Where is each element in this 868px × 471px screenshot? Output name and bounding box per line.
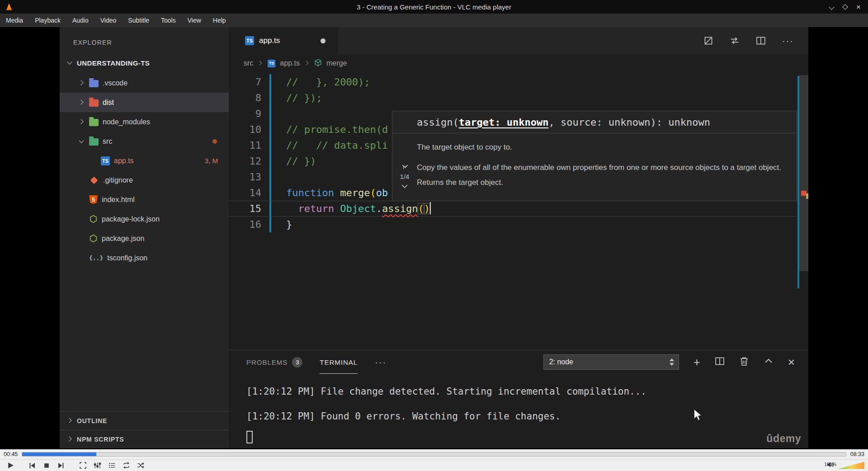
- next-button[interactable]: [54, 460, 68, 471]
- maximize-panel-icon[interactable]: [764, 356, 774, 368]
- seek-fill: [22, 452, 96, 456]
- playlist-button[interactable]: [105, 460, 118, 471]
- item-label: .vscode: [103, 79, 127, 87]
- menu-tools[interactable]: Tools: [155, 14, 182, 27]
- code-line[interactable]: 16}: [229, 217, 797, 232]
- stop-button[interactable]: [40, 460, 53, 471]
- editor-scrollbar[interactable]: [799, 75, 808, 271]
- sidebar-item-package-lock[interactable]: package-lock.json: [60, 209, 229, 229]
- signature-next-icon[interactable]: [401, 182, 408, 190]
- code-text: Object: [340, 203, 376, 214]
- select-arrows-icon: [670, 358, 674, 366]
- video-area[interactable]: EXPLORER UNDERSTANDING-TS .vscode dist: [0, 27, 868, 449]
- indent-spacer: [90, 157, 97, 165]
- terminal-output[interactable]: [1:20:12 PM] File change detected. Start…: [246, 379, 646, 429]
- window-minimize-icon[interactable]: [829, 5, 834, 9]
- split-terminal-icon[interactable]: [715, 356, 725, 368]
- tab-appts[interactable]: TS app.ts: [229, 27, 338, 54]
- random-button[interactable]: [134, 460, 147, 471]
- volume-slider[interactable]: [838, 462, 864, 469]
- window-close-icon[interactable]: ×: [856, 3, 861, 11]
- sidebar-item-gitignore[interactable]: .gitignore: [60, 170, 229, 190]
- project-root-row[interactable]: UNDERSTANDING-TS: [60, 56, 229, 70]
- kill-terminal-icon[interactable]: [739, 356, 749, 368]
- breadcrumb-symbol[interactable]: merge: [326, 59, 347, 67]
- window-title: 3 - Creating a Generic Function - VLC me…: [0, 3, 868, 11]
- sidebar-item-dist[interactable]: dist: [60, 93, 229, 112]
- line-number: 8: [229, 90, 261, 106]
- sidebar-item-appts[interactable]: TS app.ts 3, M: [60, 151, 229, 170]
- indent-spacer: [78, 216, 85, 223]
- previous-button[interactable]: [25, 460, 39, 471]
- compare-changes-icon[interactable]: [730, 36, 740, 46]
- menu-media[interactable]: Media: [0, 14, 29, 27]
- window-maximize-icon[interactable]: [842, 4, 848, 10]
- breadcrumb-file[interactable]: app.ts: [280, 59, 300, 67]
- sidebar-item-tsconfig[interactable]: {..} tsconfig.json: [60, 248, 229, 268]
- line-number: 11: [229, 137, 261, 153]
- vscode-screen: EXPLORER UNDERSTANDING-TS .vscode dist: [60, 27, 808, 448]
- terminal-cursor: [246, 431, 253, 443]
- problems-modified-badge: 3, M: [205, 157, 218, 165]
- item-label: .gitignore: [103, 176, 133, 184]
- signature-active-param: target: unknown: [459, 117, 549, 128]
- folder-icon: [89, 119, 99, 126]
- seek-bar[interactable]: [22, 452, 846, 457]
- code-line-current[interactable]: 15 return Object.assign(): [229, 201, 797, 217]
- typescript-icon: TS: [268, 60, 275, 67]
- sidebar-item-indexhtml[interactable]: 5 index.html: [60, 190, 229, 209]
- file-tree: .vscode dist node_modules: [60, 73, 229, 268]
- menu-help[interactable]: Help: [207, 14, 232, 27]
- project-name: UNDERSTANDING-TS: [77, 59, 150, 67]
- code-text: }: [286, 219, 292, 230]
- sidebar-item-node-modules[interactable]: node_modules: [60, 112, 229, 132]
- open-changes-icon[interactable]: [703, 36, 713, 46]
- terminal-selector-value: 2: node: [549, 358, 573, 366]
- menu-audio[interactable]: Audio: [66, 14, 94, 27]
- menu-view[interactable]: View: [182, 14, 207, 27]
- signature-prev-icon[interactable]: [401, 164, 408, 171]
- sidebar-item-src[interactable]: src: [60, 132, 229, 151]
- npm-scripts-section[interactable]: NPM SCRIPTS: [60, 430, 229, 448]
- play-button[interactable]: [4, 460, 17, 471]
- code-text: merge: [340, 187, 370, 198]
- json-hexagon-icon: [89, 234, 98, 243]
- more-actions-icon[interactable]: ···: [782, 36, 794, 46]
- code-text: function: [286, 187, 340, 198]
- menu-subtitle[interactable]: Subtitle: [122, 14, 155, 27]
- sidebar-item-vscode[interactable]: .vscode: [60, 73, 229, 93]
- code-editor[interactable]: 7// }, 2000); 8// }); 9 10// promise.the…: [229, 72, 808, 350]
- menu-video[interactable]: Video: [94, 14, 123, 27]
- playback-controls: 101%: [0, 459, 868, 471]
- section-label: OUTLINE: [77, 417, 107, 424]
- close-panel-icon[interactable]: ×: [788, 356, 795, 368]
- outline-section[interactable]: OUTLINE: [60, 411, 229, 430]
- tab-problems[interactable]: PROBLEMS 3: [246, 350, 302, 374]
- explorer-header: EXPLORER: [60, 27, 229, 46]
- item-label: package-lock.json: [102, 215, 160, 223]
- code-text: (: [370, 187, 376, 198]
- line-number: 9: [229, 106, 261, 122]
- split-editor-icon[interactable]: [756, 36, 766, 46]
- extended-settings-button[interactable]: [90, 460, 104, 471]
- breadcrumb-src[interactable]: src: [244, 59, 253, 67]
- breadcrumb: src TS app.ts merge: [229, 54, 808, 72]
- loop-button[interactable]: [119, 460, 133, 471]
- terminal-selector[interactable]: 2: node: [543, 354, 679, 370]
- line-number: 15: [229, 201, 261, 217]
- chevron-down-icon: [78, 138, 85, 145]
- code-line[interactable]: 7// }, 2000);: [229, 74, 797, 90]
- signature-help-tooltip: assign(target: unknown, source: unknown)…: [392, 111, 797, 201]
- fullscreen-button[interactable]: [76, 460, 90, 471]
- new-terminal-icon[interactable]: +: [693, 356, 700, 368]
- sidebar-item-package[interactable]: package.json: [60, 229, 229, 248]
- tab-terminal[interactable]: TERMINAL: [320, 350, 358, 374]
- more-panel-tabs-icon[interactable]: ···: [375, 357, 387, 367]
- seek-row: 00:45 08:33: [0, 449, 868, 459]
- unsaved-dot-icon[interactable]: [321, 38, 326, 43]
- indent-spacer: [78, 177, 85, 184]
- chevron-right-icon: [304, 61, 310, 66]
- overview-warning-marker: [806, 193, 808, 199]
- menu-playback[interactable]: Playback: [29, 14, 66, 27]
- code-line[interactable]: 8// });: [229, 90, 797, 106]
